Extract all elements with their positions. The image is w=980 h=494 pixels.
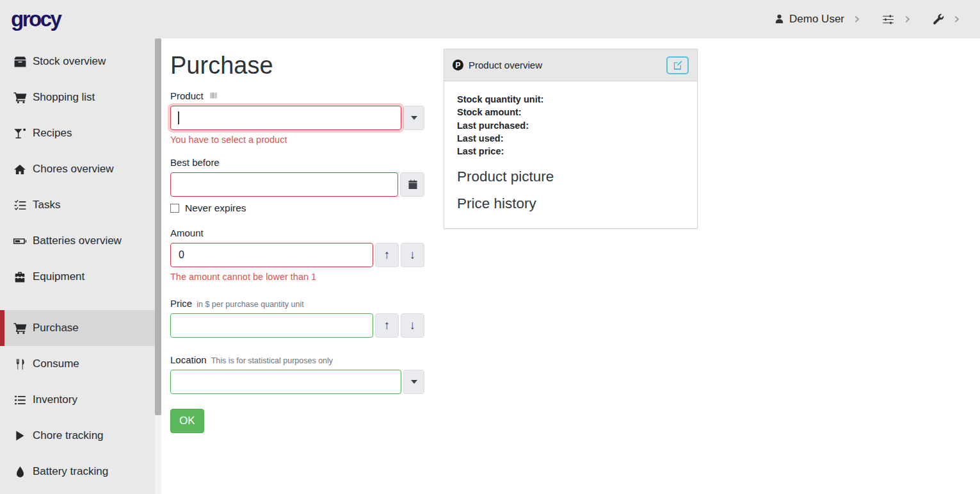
product-error-text: You have to select a product <box>170 135 424 145</box>
sidebar-item-label: Chore tracking <box>33 429 104 442</box>
sidebar-item-chores-overview[interactable]: Chores overview <box>0 151 161 187</box>
ok-submit-button[interactable]: OK <box>170 409 204 433</box>
sidebar-item-shopping-list[interactable]: Shopping list <box>0 79 161 115</box>
product-input[interactable] <box>170 106 401 130</box>
sidebar-item-label: Purchase <box>33 322 79 334</box>
product-overview-title: Product overview <box>469 60 542 70</box>
never-expires-row: Never expires <box>170 202 424 214</box>
settings-sliders-button[interactable] <box>881 13 895 26</box>
location-input[interactable] <box>170 370 401 394</box>
arrow-down-icon: ↓ <box>410 248 416 262</box>
product-overview-card: P Product overview Stock quantity unit: … <box>444 49 698 229</box>
page-title: Purchase <box>170 51 424 80</box>
product-label: Product <box>170 90 204 101</box>
product-overview-body: Stock quantity unit: Stock amount: Last … <box>444 81 697 228</box>
sidebar-item-tasks[interactable]: Tasks <box>0 187 161 223</box>
amount-label: Amount <box>170 227 204 238</box>
user-menu-button[interactable]: Demo User <box>775 13 844 26</box>
price-decrement-button[interactable]: ↓ <box>401 313 424 338</box>
stat-last-used: Last used: <box>457 132 684 145</box>
sidebar-item-chore-tracking[interactable]: Chore tracking <box>0 418 161 454</box>
caret-down-icon <box>411 380 417 384</box>
top-bar: grocy Demo User <box>0 0 980 38</box>
home-icon <box>13 163 27 176</box>
sidebar-item-stock-overview[interactable]: Stock overview <box>0 44 161 79</box>
sidebar-item-equipment[interactable]: Equipment <box>0 259 161 295</box>
battery-icon <box>13 235 27 247</box>
location-dropdown-button[interactable] <box>403 370 424 394</box>
never-expires-checkbox[interactable] <box>170 204 179 213</box>
edit-pencil-icon <box>673 60 682 70</box>
stat-stock-amount: Stock amount: <box>457 106 684 119</box>
product-overview-header: P Product overview <box>444 49 697 81</box>
stat-last-price: Last price: <box>457 145 684 158</box>
product-picture-heading: Product picture <box>457 169 684 185</box>
sidebar-item-label: Tasks <box>33 199 60 211</box>
shopping-cart-icon <box>13 92 27 104</box>
sidebar-item-battery-tracking[interactable]: Battery tracking <box>0 454 161 490</box>
sidebar-item-batteries-overview[interactable]: Batteries overview <box>0 223 161 259</box>
edit-product-button[interactable] <box>666 56 689 74</box>
play-icon <box>13 430 27 441</box>
amount-input[interactable] <box>170 243 373 267</box>
product-field-group: Product You have to select a product <box>170 90 424 145</box>
shopping-cart-icon <box>13 322 27 334</box>
best-before-label: Best before <box>170 157 220 168</box>
chevron-right-icon <box>852 15 861 24</box>
main-content: Purchase Product You have to select a pr… <box>161 38 980 494</box>
tasks-icon <box>13 199 27 211</box>
sidebar-item-label: Equipment <box>33 270 84 283</box>
stat-stock-quantity-unit: Stock quantity unit: <box>457 93 684 106</box>
calendar-button[interactable] <box>400 172 424 197</box>
calendar-icon <box>408 179 417 190</box>
price-hint: in $ per purchase quantity unit <box>197 300 303 309</box>
sidebar-item-label: Batteries overview <box>33 235 122 247</box>
price-history-heading: Price history <box>457 196 684 211</box>
caret-down-icon <box>411 116 417 120</box>
price-increment-button[interactable]: ↑ <box>375 313 399 338</box>
cocktail-icon <box>13 128 27 140</box>
box-icon <box>13 56 27 68</box>
sidebar-item-label: Recipes <box>33 127 72 140</box>
header-menu: Demo User <box>775 13 961 26</box>
never-expires-label: Never expires <box>185 202 246 214</box>
sidebar-divider <box>0 295 161 310</box>
best-before-input[interactable] <box>170 172 398 197</box>
amount-decrement-button[interactable]: ↓ <box>401 243 424 267</box>
user-icon <box>775 14 784 24</box>
purchase-form: Purchase Product You have to select a pr… <box>170 49 424 433</box>
product-circle-icon: P <box>453 60 463 70</box>
sidebar-item-label: Stock overview <box>33 55 106 68</box>
arrow-up-icon: ↑ <box>384 248 390 262</box>
amount-error-text: The amount cannot be lower than 1 <box>170 272 424 282</box>
sidebar-scrollbar-track[interactable] <box>155 38 161 494</box>
product-dropdown-button[interactable] <box>403 106 424 130</box>
stat-last-purchased: Last purchased: <box>457 119 684 132</box>
location-hint: This is for statistical purposes only <box>211 356 333 365</box>
sidebar-nav: Stock overview Shopping list Recipes Cho… <box>0 38 161 494</box>
sidebar-item-label: Shopping list <box>33 91 95 104</box>
toolbox-icon <box>13 271 27 283</box>
chevron-right-icon <box>903 15 912 24</box>
app-logo[interactable]: grocy <box>11 7 60 31</box>
sidebar-item-label: Consume <box>33 358 79 370</box>
text-cursor <box>178 111 179 124</box>
admin-wrench-button[interactable] <box>932 13 944 26</box>
price-label: Price <box>170 298 192 309</box>
price-input[interactable] <box>170 313 373 338</box>
chevron-right-icon <box>952 15 961 24</box>
sidebar-item-label: Inventory <box>33 393 77 406</box>
arrow-up-icon: ↑ <box>384 318 390 333</box>
sidebar-item-consume[interactable]: Consume <box>0 346 161 382</box>
sidebar-item-purchase[interactable]: Purchase <box>0 310 161 346</box>
user-menu-label: Demo User <box>789 13 844 26</box>
sidebar-item-label: Battery tracking <box>33 465 108 478</box>
sidebar-scrollbar-thumb[interactable] <box>155 38 161 415</box>
sidebar-item-recipes[interactable]: Recipes <box>0 115 161 151</box>
drop-icon <box>13 466 27 478</box>
amount-field-group: Amount ↑ ↓ The amount cannot be lower th… <box>170 227 424 282</box>
best-before-field-group: Best before Never expires <box>170 157 424 214</box>
sidebar-item-inventory[interactable]: Inventory <box>0 382 161 418</box>
amount-increment-button[interactable]: ↑ <box>375 243 399 267</box>
list-icon <box>13 394 27 406</box>
